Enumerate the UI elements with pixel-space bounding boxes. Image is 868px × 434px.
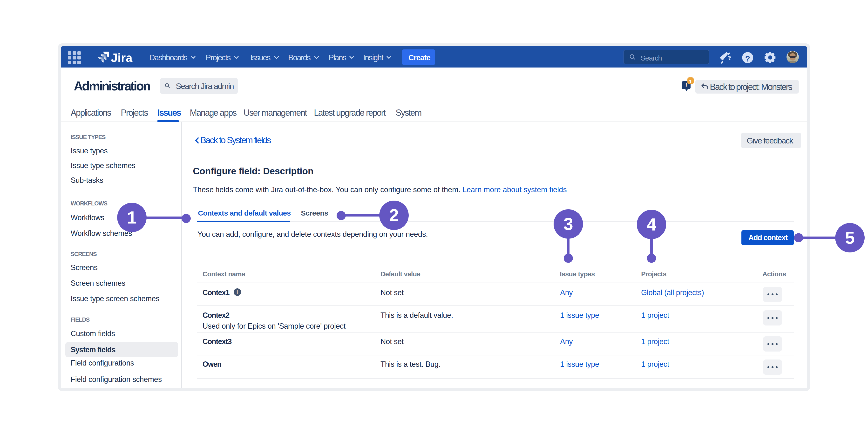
svg-text:!: ! — [685, 82, 687, 89]
